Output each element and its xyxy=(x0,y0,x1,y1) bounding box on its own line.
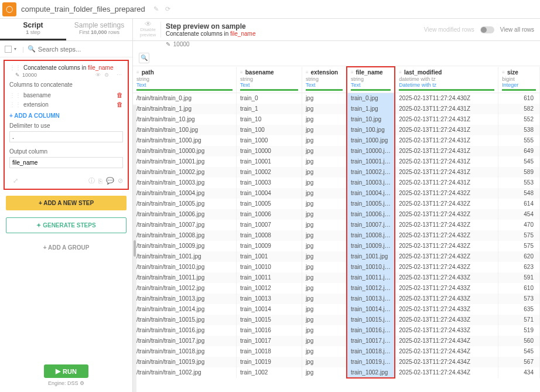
select-caret-icon[interactable]: ▾ xyxy=(14,46,16,52)
table-row[interactable]: /train/train/train_1002.jpgtrain_1002jpg… xyxy=(133,367,540,378)
cell-last_modified[interactable]: 2025-02-13T11:27:24.433Z xyxy=(395,315,498,325)
cell-extension[interactable]: jpg xyxy=(302,230,347,241)
cell-size[interactable]: 545 xyxy=(498,346,540,357)
cell-size[interactable]: 575 xyxy=(498,241,540,251)
cell-basename[interactable]: train_10010 xyxy=(237,262,302,272)
cell-basename[interactable]: train_1000 xyxy=(237,135,302,146)
table-row[interactable]: /train/train/train_10009.jpgtrain_10009j… xyxy=(133,241,540,251)
cell-path[interactable]: /train/train/train_10012.jpg xyxy=(133,283,237,294)
table-row[interactable]: /train/train/train_10002.jpgtrain_10002j… xyxy=(133,167,540,178)
column-menu-icon[interactable]: ≡ xyxy=(240,70,243,75)
cell-path[interactable]: /train/train/train_1000.jpg xyxy=(133,135,237,146)
cell-size[interactable]: 553 xyxy=(498,178,540,188)
column-header-last_modified[interactable]: ≡last_modifieddatetime with tzDatetime w… xyxy=(395,67,498,93)
cell-last_modified[interactable]: 2025-02-13T11:27:24.433Z xyxy=(395,272,498,283)
cell-size[interactable]: 610 xyxy=(498,283,540,294)
cell-size[interactable]: 589 xyxy=(498,167,540,178)
cell-basename[interactable]: train_10013 xyxy=(237,294,302,304)
cell-size[interactable]: 560 xyxy=(498,336,540,346)
table-row[interactable]: /train/train/train_0.jpgtrain_0jpgtrain_… xyxy=(133,93,540,104)
cell-extension[interactable]: jpg xyxy=(302,167,347,178)
cell-last_modified[interactable]: 2025-02-13T11:27:24.433Z xyxy=(395,283,498,294)
table-row[interactable]: /train/train/train_10004.jpgtrain_10004j… xyxy=(133,188,540,199)
panel-resize-handle[interactable] xyxy=(133,105,136,392)
cell-last_modified[interactable]: 2025-02-13T11:27:24.432Z xyxy=(395,251,498,262)
cell-size[interactable]: 538 xyxy=(498,125,540,135)
cell-path[interactable]: /train/train/train_10018.jpg xyxy=(133,346,237,357)
cell-last_modified[interactable]: 2025-02-13T11:27:24.431Z xyxy=(395,135,498,146)
table-row[interactable]: /train/train/train_10.jpgtrain_10jpgtrai… xyxy=(133,114,540,125)
cell-path[interactable]: /train/train/train_10004.jpg xyxy=(133,188,237,199)
search-steps-input[interactable] xyxy=(38,46,128,53)
cell-path[interactable]: /train/train/train_10015.jpg xyxy=(133,315,237,325)
table-row[interactable]: /train/train/train_10008.jpgtrain_10008j… xyxy=(133,230,540,241)
cell-last_modified[interactable]: 2025-02-13T11:27:24.434Z xyxy=(395,346,498,357)
column-meaning[interactable]: Text xyxy=(306,82,343,88)
column-header-file_name[interactable]: ≡file_namestringText xyxy=(347,67,395,93)
column-menu-icon[interactable]: ≡ xyxy=(399,70,402,75)
cell-path[interactable]: /train/train/train_10009.jpg xyxy=(133,241,237,251)
table-row[interactable]: /train/train/train_10014.jpgtrain_10014j… xyxy=(133,304,540,315)
cell-file_name[interactable]: train_10017.jpg xyxy=(347,336,395,346)
table-row[interactable]: /train/train/train_1001.jpgtrain_1001jpg… xyxy=(133,251,540,262)
cell-basename[interactable]: train_10017 xyxy=(237,336,302,346)
cell-size[interactable]: 454 xyxy=(498,209,540,220)
column-meaning[interactable]: Integer xyxy=(502,82,536,88)
cell-extension[interactable]: jpg xyxy=(302,294,347,304)
cell-last_modified[interactable]: 2025-02-13T11:27:24.432Z xyxy=(395,188,498,199)
table-row[interactable]: /train/train/train_10017.jpgtrain_10017j… xyxy=(133,336,540,346)
cell-extension[interactable]: jpg xyxy=(302,125,347,135)
cell-size[interactable]: 545 xyxy=(498,156,540,167)
run-button[interactable]: ▶RUN xyxy=(44,364,88,378)
trash-icon[interactable]: 🗑 xyxy=(117,91,123,98)
table-row[interactable]: /train/train/train_10015.jpgtrain_10015j… xyxy=(133,315,540,325)
disable-icon[interactable]: ⊘ xyxy=(118,177,123,185)
grip-icon[interactable]: ⋮⋮ xyxy=(9,101,21,108)
cell-size[interactable]: 649 xyxy=(498,146,540,156)
cell-extension[interactable]: jpg xyxy=(302,262,347,272)
info-icon[interactable]: ⓘ xyxy=(88,176,95,185)
cell-basename[interactable]: train_0 xyxy=(237,93,302,104)
cell-size[interactable]: 575 xyxy=(498,230,540,241)
cell-file_name[interactable]: train_10013.jpg xyxy=(347,294,395,304)
cell-file_name[interactable]: train_10014.jpg xyxy=(347,304,395,315)
cell-path[interactable]: /train/train/train_10005.jpg xyxy=(133,199,237,209)
cell-extension[interactable]: jpg xyxy=(302,315,347,325)
column-menu-icon[interactable]: ≡ xyxy=(502,70,505,75)
cell-path[interactable]: /train/train/train_0.jpg xyxy=(133,93,237,104)
cell-size[interactable]: 571 xyxy=(498,315,540,325)
table-row[interactable]: /train/train/train_1.jpgtrain_1jpgtrain_… xyxy=(133,104,540,114)
column-header-extension[interactable]: ≡extensionstringText xyxy=(302,67,347,93)
cell-size[interactable]: 582 xyxy=(498,104,540,114)
cell-size[interactable]: 552 xyxy=(498,114,540,125)
concat-col-item[interactable]: ⋮⋮basename🗑 xyxy=(9,90,123,100)
cell-path[interactable]: /train/train/train_10002.jpg xyxy=(133,167,237,178)
cell-file_name[interactable]: train_10007.jpg xyxy=(347,220,395,230)
cell-file_name[interactable]: train_10001.jpg xyxy=(347,156,395,167)
pencil-icon[interactable]: ✎ xyxy=(15,72,20,78)
column-meaning[interactable]: Datetime with tz xyxy=(399,82,494,88)
cell-last_modified[interactable]: 2025-02-13T11:27:24.431Z xyxy=(395,167,498,178)
cell-size[interactable]: 591 xyxy=(498,272,540,283)
cell-size[interactable]: 623 xyxy=(498,262,540,272)
cell-extension[interactable]: jpg xyxy=(302,199,347,209)
cell-extension[interactable]: jpg xyxy=(302,251,347,262)
table-row[interactable]: /train/train/train_10013.jpgtrain_10013j… xyxy=(133,294,540,304)
cell-size[interactable]: 610 xyxy=(498,93,540,104)
cell-file_name[interactable]: train_10009.jpg xyxy=(347,241,395,251)
table-row[interactable]: /train/train/train_10000.jpgtrain_10000j… xyxy=(133,146,540,156)
cell-file_name[interactable]: train_10019.jpg xyxy=(347,357,395,367)
column-menu-icon[interactable]: ≡ xyxy=(136,70,139,75)
add-column-button[interactable]: + ADD A COLUMN xyxy=(9,113,123,119)
tab-sample[interactable]: Sample settings First 10,000 rows xyxy=(66,19,132,40)
cell-path[interactable]: /train/train/train_10019.jpg xyxy=(133,357,237,367)
cell-basename[interactable]: train_10016 xyxy=(237,325,302,336)
select-all-checkbox[interactable] xyxy=(5,46,12,53)
cell-file_name[interactable]: train_1.jpg xyxy=(347,104,395,114)
cell-basename[interactable]: train_10008 xyxy=(237,230,302,241)
trash-icon[interactable]: 🗑 xyxy=(117,101,123,108)
cell-last_modified[interactable]: 2025-02-13T11:27:24.434Z xyxy=(395,336,498,346)
cell-extension[interactable]: jpg xyxy=(302,367,347,378)
table-row[interactable]: /train/train/train_10016.jpgtrain_10016j… xyxy=(133,325,540,336)
cell-basename[interactable]: train_10003 xyxy=(237,178,302,188)
